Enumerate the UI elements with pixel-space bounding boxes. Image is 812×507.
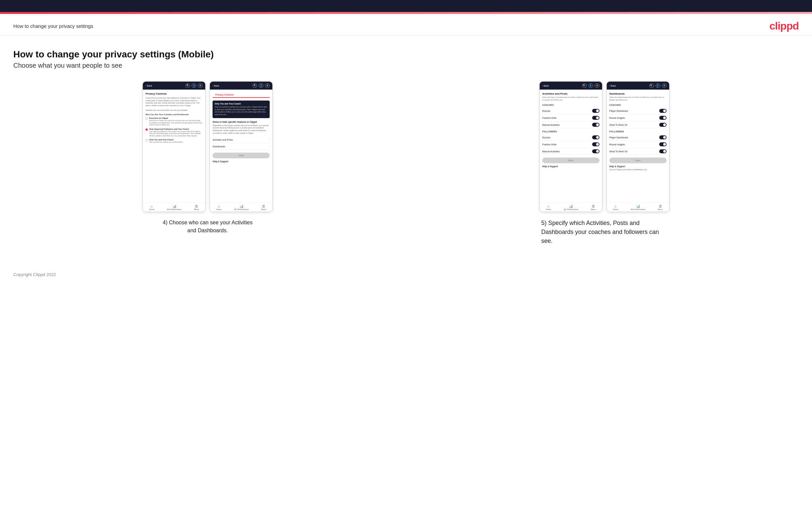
- save-button-2[interactable]: Save: [212, 153, 270, 158]
- round-insights-coaches-label: Round Insights: [609, 117, 625, 119]
- footer-menu-label-3: Menu: [591, 208, 596, 210]
- manual-coaches-toggle[interactable]: [592, 123, 600, 127]
- practice-coaches-toggle[interactable]: [592, 116, 600, 120]
- toggle-what-to-work-followers[interactable]: What To Work On: [609, 148, 666, 155]
- footer-menu-4[interactable]: ☰ Menu: [658, 205, 663, 210]
- round-insights-followers-toggle[interactable]: [659, 143, 666, 146]
- radio-label-everyone: Everyone on Clippd: [149, 117, 203, 119]
- phone-body-1: Privacy Controls Control how you and you…: [143, 90, 205, 203]
- footer-menu-1[interactable]: ☰ Menu: [194, 205, 199, 210]
- radio-label-approved: Only Approved Followers and Your Coach: [149, 128, 203, 130]
- header-icons-2: 🔍 👤 ⚙: [252, 83, 270, 88]
- screenshot-group-2: ‹ Back 🔍 👤 ⚙ Activities and Posts Select…: [410, 81, 799, 245]
- radio-approved[interactable]: Only Approved Followers and Your Coach O…: [146, 128, 203, 137]
- footer-performance-4[interactable]: 📊 My Performance: [631, 205, 645, 210]
- phone-body-4: Dashboards Select the dashboards that yo…: [607, 90, 669, 203]
- save-button-4[interactable]: Save: [609, 158, 666, 163]
- settings-icon-1[interactable]: ⚙: [198, 83, 203, 88]
- privacy-desc-override: However you can control who can see your…: [146, 109, 203, 112]
- menu-activities-posts[interactable]: Activities and Posts ›: [212, 137, 270, 143]
- rounds-followers-label: Rounds: [542, 136, 550, 139]
- footer-menu-3[interactable]: ☰ Menu: [591, 205, 596, 210]
- tab-privacy-controls[interactable]: Privacy Controls: [212, 92, 237, 98]
- rounds-followers-toggle[interactable]: [592, 135, 600, 139]
- toggle-practice-followers[interactable]: Practice Drills: [542, 141, 600, 148]
- privacy-controls-title: Privacy Controls: [146, 92, 203, 95]
- footer-home-1[interactable]: ⌂ Home: [149, 205, 154, 210]
- footer-performance-label-1: My Performance: [167, 208, 182, 210]
- menu-dashboards[interactable]: Dashboards ›: [212, 143, 270, 150]
- toggle-player-dash-followers[interactable]: Player Dashboard: [609, 134, 666, 141]
- rounds-coaches-toggle[interactable]: [592, 109, 600, 113]
- manual-followers-toggle[interactable]: [592, 149, 600, 153]
- dashboards-label: Dashboards: [212, 145, 225, 148]
- toggle-practice-coaches[interactable]: Practice Drills: [542, 114, 600, 121]
- search-icon-1[interactable]: 🔍: [185, 83, 190, 88]
- toggle-round-insights-coaches[interactable]: Round Insights: [609, 114, 666, 121]
- header-title: How to change your privacy settings: [13, 23, 93, 29]
- toggle-manual-followers[interactable]: Manual Activities: [542, 148, 600, 155]
- followers-label-3: FOLLOWERS: [542, 130, 600, 133]
- profile-icon-4[interactable]: 👤: [656, 83, 660, 88]
- coaches-label-4: COACHES: [609, 104, 666, 106]
- back-button-3[interactable]: ‹ Back: [542, 84, 549, 87]
- toggle-round-insights-followers[interactable]: Round Insights: [609, 141, 666, 148]
- back-button-4[interactable]: ‹ Back: [609, 84, 616, 87]
- caption-2: 5) Specify which Activities, Posts and D…: [541, 219, 667, 245]
- player-dash-coaches-toggle[interactable]: [659, 109, 666, 113]
- footer-performance-2[interactable]: 📊 My Performance: [234, 205, 249, 210]
- search-icon-4[interactable]: 🔍: [649, 83, 654, 88]
- toggle-rounds-coaches[interactable]: Rounds: [542, 108, 600, 114]
- profile-icon-3[interactable]: 👤: [589, 83, 593, 88]
- practice-followers-toggle[interactable]: [592, 143, 600, 146]
- phone-header-2: ‹ Back 🔍 👤 ⚙: [210, 81, 272, 90]
- settings-icon-2[interactable]: ⚙: [265, 83, 270, 88]
- footer-home-label-4: Home: [613, 208, 618, 210]
- back-button-2[interactable]: ‹ Back: [212, 84, 219, 87]
- radio-everyone[interactable]: Everyone on Clippd Everyone on Clippd ca…: [146, 117, 203, 126]
- radio-circle-coach[interactable]: [146, 139, 148, 142]
- footer-menu-2[interactable]: ☰ Menu: [261, 205, 266, 210]
- toggle-player-dash-coaches[interactable]: Player Dashboard: [609, 108, 666, 114]
- save-button-3[interactable]: Save: [542, 158, 600, 163]
- player-dash-followers-toggle[interactable]: [659, 135, 666, 139]
- header-icons-3: 🔍 👤 ⚙: [582, 83, 600, 88]
- settings-icon-4[interactable]: ⚙: [662, 83, 666, 88]
- footer-performance-1[interactable]: 📊 My Performance: [167, 205, 182, 210]
- footer-performance-3[interactable]: 📊 My Performance: [564, 205, 578, 210]
- page-header: How to change your privacy settings clip…: [0, 14, 812, 36]
- toggle-what-to-work-coaches[interactable]: What To Work On: [609, 121, 666, 128]
- profile-icon-2[interactable]: 👤: [259, 83, 263, 88]
- radio-label-coach: Only You and Your Coach: [149, 139, 183, 141]
- footer-performance-label-3: My Performance: [564, 208, 578, 210]
- footer-home-label-1: Home: [149, 208, 154, 210]
- back-button-1[interactable]: ‹ Back: [146, 84, 152, 87]
- footer-home-3[interactable]: ⌂ Home: [546, 205, 551, 210]
- phone-header-3: ‹ Back 🔍 👤 ⚙: [540, 81, 602, 90]
- phone-screen-2: ‹ Back 🔍 👤 ⚙ Privacy Controls Only You a…: [210, 81, 273, 212]
- round-insights-coaches-toggle[interactable]: [659, 116, 666, 120]
- profile-icon-1[interactable]: 👤: [192, 83, 196, 88]
- phone-screen-4: ‹ Back 🔍 👤 ⚙ Dashboards Select the dashb…: [606, 81, 669, 212]
- radio-circle-approved[interactable]: [146, 128, 148, 131]
- performance-icon-2: 📊: [240, 205, 244, 208]
- footer-menu-label-1: Menu: [194, 208, 199, 210]
- radio-circle-everyone[interactable]: [146, 117, 148, 120]
- what-to-work-followers-toggle[interactable]: [659, 149, 666, 153]
- player-dash-coaches-label: Player Dashboard: [609, 110, 628, 112]
- what-to-work-coaches-toggle[interactable]: [659, 123, 666, 127]
- radio-coach-only[interactable]: Only You and Your Coach Only you and the…: [146, 139, 203, 143]
- caption-1: 4) Choose who can see your Activities an…: [158, 219, 257, 235]
- search-icon-2[interactable]: 🔍: [252, 83, 257, 88]
- toggle-manual-coaches[interactable]: Manual Activities: [542, 121, 600, 128]
- header-icons-4: 🔍 👤 ⚙: [649, 83, 666, 88]
- help-support-desc-4: Visit our Clippd community to troublesho…: [609, 169, 666, 171]
- footer-home-label-2: Home: [216, 208, 221, 210]
- activities-posts-label: Activities and Posts: [212, 139, 233, 141]
- footer-home-2[interactable]: ⌂ Home: [216, 205, 221, 210]
- footer-home-label-3: Home: [546, 208, 551, 210]
- footer-home-4[interactable]: ⌂ Home: [613, 205, 618, 210]
- settings-icon-3[interactable]: ⚙: [595, 83, 600, 88]
- search-icon-3[interactable]: 🔍: [582, 83, 587, 88]
- toggle-rounds-followers[interactable]: Rounds: [542, 134, 600, 141]
